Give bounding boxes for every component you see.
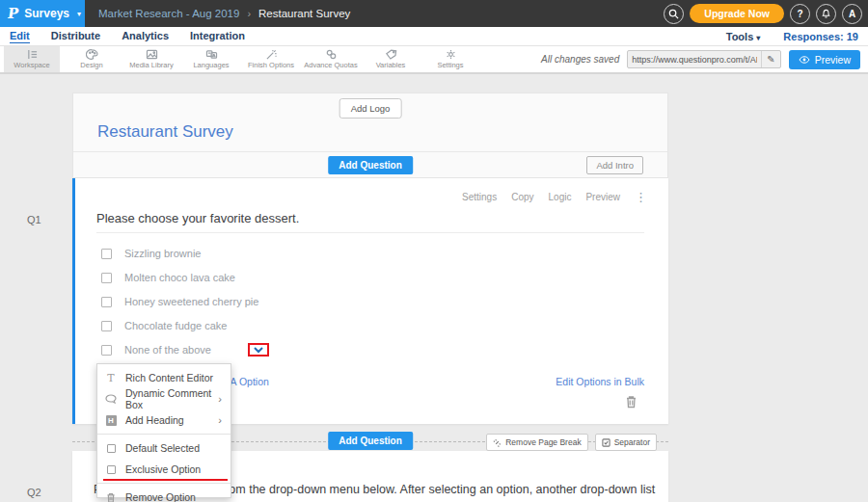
media-image-icon	[146, 49, 158, 60]
delete-question-button[interactable]	[625, 395, 637, 412]
chevron-down-icon[interactable]	[253, 346, 264, 354]
toolbar-item-languages[interactable]: Languages	[183, 46, 239, 72]
add-intro-button[interactable]: Add Intro	[586, 156, 643, 174]
breadcrumb-parent-link[interactable]: Market Research - Aug 2019	[98, 8, 239, 19]
option-label[interactable]: Sizzling brownie	[124, 248, 201, 259]
responses-count-link[interactable]: Responses: 19	[783, 31, 858, 42]
chain-links-icon	[325, 49, 338, 60]
toolbar-item-finish-options[interactable]: Finish Options	[243, 46, 299, 72]
option-checkbox[interactable]	[101, 321, 112, 331]
toolbar-item-media-library[interactable]: Media Library	[123, 46, 179, 72]
main-nav: Edit Distribute Analytics Integration To…	[0, 27, 868, 46]
option-checkbox[interactable]	[101, 273, 112, 283]
breadcrumb-current: Restaurant Survey	[258, 8, 350, 19]
heading-icon: H	[106, 415, 117, 426]
editor-toolbar: Workspace Design Media Library Languages…	[0, 46, 868, 74]
help-button[interactable]: ?	[790, 4, 810, 24]
design-palette-icon	[86, 49, 98, 60]
edit-options-in-bulk-link[interactable]: Edit Options in Bulk	[556, 376, 644, 387]
option-checkbox[interactable]	[101, 345, 112, 356]
question-copy-link[interactable]: Copy	[511, 192, 533, 202]
toolbar-item-design[interactable]: Design	[64, 46, 120, 72]
menu-item-remove-option[interactable]: Remove Option	[97, 487, 231, 502]
answer-option-row[interactable]: Honey sweetened cherry pie	[101, 296, 258, 307]
header-actions: Upgrade Now ? A	[664, 0, 862, 27]
question-number-q1: Q1	[27, 214, 41, 225]
edit-url-icon[interactable]: ✎	[761, 51, 779, 67]
toolbar-item-variables[interactable]: Variables	[363, 46, 419, 72]
breadcrumb: Market Research - Aug 2019 › Restaurant …	[98, 8, 350, 19]
remove-page-break-button[interactable]: Remove Page Break	[486, 434, 587, 451]
checkbox-icon	[107, 444, 116, 453]
question-text-q1[interactable]: Please choose your favorite dessert.	[96, 211, 299, 225]
option-label[interactable]: Honey sweetened cherry pie	[124, 296, 258, 307]
surveys-menu-button[interactable]: P Surveys ▾	[0, 0, 85, 27]
notifications-button[interactable]	[816, 4, 836, 24]
remove-page-break-label: Remove Page Break	[505, 437, 581, 447]
broken-link-icon	[493, 438, 502, 447]
answer-option-row[interactable]: Sizzling brownie	[101, 248, 201, 259]
top-header: P Surveys ▾ Market Research - Aug 2019 ›…	[0, 0, 868, 27]
tools-dropdown[interactable]: Tools ▾	[726, 31, 761, 42]
answer-option-row[interactable]: None of the above	[101, 343, 269, 357]
menu-item-label: Remove Option	[125, 491, 196, 502]
toolbar-label: Advance Quotas	[304, 61, 357, 69]
kebab-menu-icon[interactable]: ⋮	[635, 190, 647, 204]
toolbar-label: Design	[80, 61, 102, 69]
menu-item-exclusive-option[interactable]: Exclusive Option	[97, 459, 231, 480]
search-icon	[668, 9, 679, 19]
menu-item-label: Exclusive Option	[125, 463, 201, 475]
option-checkbox[interactable]	[101, 249, 112, 259]
nav-right: Tools ▾ Responses: 19	[726, 31, 858, 42]
add-logo-button[interactable]: Add Logo	[339, 98, 402, 119]
toolbar-item-advance-quotas[interactable]: Advance Quotas	[303, 46, 359, 72]
toolbar-right: All changes saved ✎ Preview	[541, 46, 860, 72]
menu-item-dynamic-comment-box[interactable]: Dynamic Comment Box ›	[97, 388, 231, 410]
avatar[interactable]: A	[842, 4, 862, 24]
question-preview-link[interactable]: Preview	[585, 192, 620, 202]
menu-item-add-heading[interactable]: H Add Heading ›	[97, 410, 231, 431]
tag-icon	[385, 49, 397, 60]
checkbox-icon	[107, 465, 116, 474]
tab-edit[interactable]: Edit	[10, 30, 30, 43]
add-question-button-middle[interactable]: Add Question	[328, 432, 413, 450]
survey-title[interactable]: Restaurant Survey	[97, 122, 233, 142]
toolbar-item-settings[interactable]: Settings	[422, 46, 478, 72]
tab-distribute[interactable]: Distribute	[51, 30, 100, 42]
question-number-q2: Q2	[27, 487, 41, 498]
menu-item-label: Default Selected	[125, 442, 200, 454]
separator-button[interactable]: Separator	[595, 434, 657, 451]
separator-label: Separator	[614, 437, 650, 447]
add-question-button-top[interactable]: Add Question	[328, 156, 413, 174]
upgrade-now-button[interactable]: Upgrade Now	[690, 4, 784, 23]
magic-wand-icon	[265, 49, 278, 60]
toolbar-label: Settings	[437, 61, 463, 69]
search-button[interactable]	[664, 4, 684, 24]
tab-integration[interactable]: Integration	[190, 30, 245, 42]
breadcrumb-separator-icon: ›	[247, 8, 251, 19]
bell-icon	[821, 9, 831, 19]
eye-icon	[799, 56, 810, 64]
question-logic-link[interactable]: Logic	[549, 192, 572, 202]
option-label[interactable]: Molten choco lava cake	[124, 272, 235, 283]
survey-canvas: Q1 Q2 Add Logo Restaurant Survey Add Que…	[0, 74, 868, 502]
option-label[interactable]: None of the above	[124, 344, 211, 356]
preview-button[interactable]: Preview	[789, 50, 860, 69]
menu-item-default-selected[interactable]: Default Selected	[97, 437, 231, 459]
answer-option-row[interactable]: Molten choco lava cake	[101, 272, 235, 283]
answer-option-row[interactable]: Chocolate fudge cake	[101, 320, 227, 331]
toolbar-item-workspace[interactable]: Workspace	[4, 46, 60, 72]
chevron-down-icon: ▾	[77, 10, 81, 18]
survey-header-card: Add Logo Restaurant Survey Add Question …	[72, 92, 668, 178]
separator-checkbox-icon	[602, 438, 610, 447]
option-checkbox[interactable]	[101, 297, 112, 307]
option-label[interactable]: Chocolate fudge cake	[124, 320, 227, 331]
menu-item-label: Rich Content Editor	[125, 372, 213, 383]
tab-analytics[interactable]: Analytics	[122, 30, 169, 42]
question-settings-link[interactable]: Settings	[462, 192, 497, 202]
survey-url-input[interactable]	[628, 55, 761, 65]
toolbar-label: Media Library	[129, 61, 173, 69]
workspace-icon	[26, 49, 39, 60]
menu-item-rich-content-editor[interactable]: T Rich Content Editor	[97, 367, 231, 388]
autosave-status: All changes saved	[541, 54, 619, 65]
